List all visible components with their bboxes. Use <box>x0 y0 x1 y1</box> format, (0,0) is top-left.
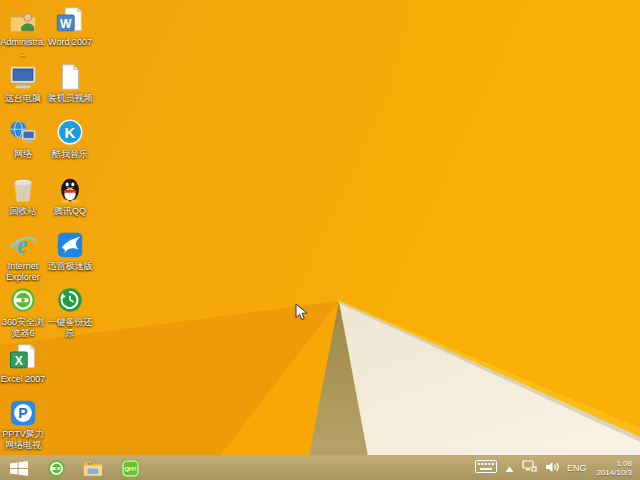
icon-label: Word 2007 <box>47 37 93 48</box>
desktop-icon-admin-folder[interactable]: Administra... <box>0 6 46 59</box>
file-explorer-icon <box>83 460 103 477</box>
ie-icon: e <box>8 230 38 260</box>
clock[interactable]: 1:08 2014/10/3 <box>594 459 634 477</box>
file-icon <box>55 62 85 92</box>
icon-label: 腾讯QQ <box>47 206 93 217</box>
desktop-icon-kuwo-music[interactable]: K 酷我音乐 <box>47 118 93 160</box>
desktop-icon-recycle-bin[interactable]: 回收站 <box>0 175 46 217</box>
svg-text:e: e <box>17 231 28 258</box>
desktop-icon-backup-restore[interactable]: 一键备份还原 <box>47 286 93 339</box>
word-icon: W <box>55 6 85 36</box>
excel-icon: X <box>8 343 38 373</box>
desktop-icon-video-file[interactable]: 装机员视频 <box>47 62 93 104</box>
computer-icon <box>8 62 38 92</box>
icon-label: Excel 2007 <box>0 374 46 385</box>
svg-text:W: W <box>60 17 72 31</box>
folder-user-icon <box>8 6 38 36</box>
taskbar-app-iqiyi[interactable]: QIY! <box>120 459 140 478</box>
language-indicator[interactable]: ENG <box>567 463 587 473</box>
pptv-icon: P <box>8 398 38 428</box>
icon-label: 酷我音乐 <box>47 149 93 160</box>
taskbar-left: QIY! <box>0 459 475 478</box>
volume-tray-button[interactable] <box>545 459 559 477</box>
360-browser-icon <box>8 286 38 316</box>
desktop-icon-this-pc[interactable]: 这台电脑 <box>0 62 46 104</box>
keyboard-icon <box>475 460 497 473</box>
taskbar-app-360-browser[interactable] <box>46 459 66 478</box>
show-hidden-icons-button[interactable] <box>505 459 514 477</box>
windows-logo-icon <box>10 461 28 476</box>
clock-time: 1:08 <box>616 459 632 468</box>
chevron-up-icon <box>505 466 514 473</box>
icon-label: 一键备份还原 <box>47 317 93 339</box>
desktop: Administra... W Word 2007 这台电脑 装机员视频 <box>0 0 640 480</box>
speaker-icon <box>545 461 559 473</box>
wallpaper <box>0 0 640 480</box>
network-globe-icon <box>8 118 38 148</box>
backup-restore-icon <box>55 286 85 316</box>
svg-text:X: X <box>15 354 24 368</box>
start-button[interactable] <box>9 459 29 478</box>
svg-text:P: P <box>18 405 27 421</box>
kuwo-k-icon: K <box>55 118 85 148</box>
desktop-icon-internet-explorer[interactable]: e Internet Explorer <box>0 230 46 283</box>
clock-date: 2014/10/3 <box>596 468 632 477</box>
recycle-bin-icon <box>8 175 38 205</box>
svg-text:QIY!: QIY! <box>124 466 136 472</box>
desktop-icon-pptv[interactable]: P PPTV聚力 网络电视 <box>0 398 46 451</box>
qq-penguin-icon <box>55 175 85 205</box>
icon-label: Internet Explorer <box>0 261 46 283</box>
touch-keyboard-button[interactable] <box>475 459 497 477</box>
icon-label: Administra... <box>0 37 46 59</box>
desktop-icon-xunlei[interactable]: 迅雷极速版 <box>47 230 93 272</box>
desktop-icon-360-browser[interactable]: 360安全浏览器6 <box>0 286 46 339</box>
icon-label: 迅雷极速版 <box>47 261 93 272</box>
desktop-icon-tencent-qq[interactable]: 腾讯QQ <box>47 175 93 217</box>
svg-text:K: K <box>65 124 76 141</box>
network-tray-button[interactable] <box>522 459 537 477</box>
icon-label: 回收站 <box>0 206 46 217</box>
icon-label: 这台电脑 <box>0 93 46 104</box>
desktop-icon-word-2007[interactable]: W Word 2007 <box>47 6 93 48</box>
taskbar: QIY! <box>0 455 640 480</box>
desktop-icon-network[interactable]: 网络 <box>0 118 46 160</box>
icon-label: 网络 <box>0 149 46 160</box>
icon-label: PPTV聚力 网络电视 <box>0 429 46 451</box>
icon-label: 360安全浏览器6 <box>0 317 46 339</box>
360-browser-icon <box>47 459 66 478</box>
xunlei-bird-icon <box>55 230 85 260</box>
network-status-icon <box>522 460 537 473</box>
iqiyi-icon: QIY! <box>121 459 140 478</box>
system-tray: ENG 1:08 2014/10/3 <box>475 459 640 477</box>
icon-label: 装机员视频 <box>47 93 93 104</box>
desktop-icon-excel-2007[interactable]: X Excel 2007 <box>0 343 46 385</box>
taskbar-app-file-explorer[interactable] <box>83 459 103 478</box>
